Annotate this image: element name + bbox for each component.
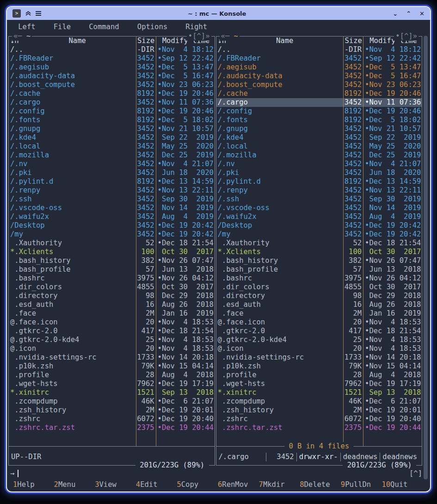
file-row-.vscode-oss[interactable]: /.vscode-oss3452 Nov 14 2019 (216, 204, 422, 212)
file-row-.waifu2x[interactable]: /.waifu2x3452 Aug 4 2019 (9, 212, 215, 221)
fnkey-mkdir[interactable]: 7Mkdir (259, 480, 300, 489)
fnkey-copy[interactable]: 5Copy (177, 480, 218, 489)
file-row-..[interactable]: /..-DIR•Nov 4 18:12 (9, 45, 215, 54)
file-row-.nvidia-settings-rc[interactable]: .nvidia-settings-rc1733•Nov 14 20:18 (216, 353, 422, 362)
file-row-.kde4[interactable]: /.kde43452 Sep 22 2019 (9, 133, 215, 142)
file-row-.cargo[interactable]: /.cargo3452•Nov 11 07:36 (216, 98, 422, 107)
file-row-.face.icon[interactable]: @.face.icon20•Nov 4 18:53 (9, 318, 215, 327)
file-row-.Xclients[interactable]: *.Xclients100 Oct 30 2017 (9, 248, 215, 256)
file-row-.ssh[interactable]: /.ssh3452 Sep 30 2019 (216, 195, 422, 204)
file-row-.bashrc[interactable]: .bashrc3975•Nov 26 04:12 (216, 274, 422, 283)
file-row-.pylint.d[interactable]: /.pylint.d8192•Dec 13 14:59 (9, 177, 215, 186)
file-row-.aegisub[interactable]: /.aegisub3452•Dec 5 13:47 (216, 63, 422, 72)
file-row-.mozilla[interactable]: /.mozilla3452 Dec 25 2019 (9, 151, 215, 160)
file-row-.config[interactable]: /.config8192•Dec 19 20:46 (9, 107, 215, 116)
right-panel-history-marker[interactable]: •[^]» (394, 32, 419, 41)
file-row-.nvidia-settings-rc[interactable]: .nvidia-settings-rc1733•Nov 14 20:18 (9, 353, 215, 362)
file-row-my[interactable]: /my3452•Dec 19 20:42 (9, 230, 215, 239)
fnkey-delete[interactable]: 8Delete (300, 480, 341, 489)
fnkey-quit[interactable]: 10Quit (382, 480, 423, 489)
file-row-.nv[interactable]: /.nv3452•Nov 4 21:07 (216, 160, 422, 168)
close-button[interactable]: ✕ (419, 10, 425, 17)
file-row-.dir_colors[interactable]: .dir_colors4855 Oct 30 2017 (9, 283, 215, 292)
fnkey-view[interactable]: 3View (95, 480, 136, 489)
menu-item-file[interactable]: File (54, 23, 71, 31)
file-row-.gtkrc-2.0-kde4[interactable]: @.gtkrc-2.0-kde425•Nov 4 18:53 (9, 336, 215, 344)
fnkey-pulldn[interactable]: 9PullDn (341, 480, 382, 489)
scrollbar-thumb[interactable] (424, 36, 428, 479)
file-row-.gtkrc-2.0[interactable]: .gtkrc-2.0417•Dec 18 21:54 (9, 327, 215, 336)
file-row-.bash_history[interactable]: .bash_history382•Nov 26 07:47 (9, 256, 215, 265)
column-size[interactable]: Size (343, 37, 363, 45)
file-row-.renpy[interactable]: /.renpy3452•Nov 13 22:11 (216, 186, 422, 195)
file-row-.face.icon[interactable]: @.face.icon20•Nov 4 18:53 (216, 318, 422, 327)
menu-item-left[interactable]: Left (18, 23, 35, 31)
left-panel-path[interactable]: ~ (26, 32, 31, 41)
file-row-.config[interactable]: /.config8192•Dec 19 20:46 (216, 107, 422, 116)
file-row-.gnupg[interactable]: /.gnupg3452•Nov 21 10:57 (9, 124, 215, 133)
file-row-.renpy[interactable]: /.renpy3452•Nov 13 22:11 (9, 186, 215, 195)
file-row-.mozilla[interactable]: /.mozilla3452 Dec 25 2019 (216, 151, 422, 160)
file-row-.gnupg[interactable]: /.gnupg3452•Nov 21 10:57 (216, 124, 422, 133)
file-row-.FBReader[interactable]: /.FBReader3452•Sep 12 22:42 (216, 54, 422, 63)
right-panel-path[interactable]: ~ (234, 32, 238, 41)
menu-item-options[interactable]: Options (137, 23, 167, 31)
file-row-.zcompdump[interactable]: .zcompdump46K•Dec 6 21:07 (9, 397, 215, 406)
file-row-.zcompdump[interactable]: .zcompdump46K•Dec 6 21:07 (216, 397, 422, 406)
file-row-.aegisub[interactable]: /.aegisub3452•Dec 5 13:47 (9, 63, 215, 72)
column-size[interactable]: Size (136, 37, 156, 45)
column-name[interactable]: Name (226, 37, 343, 45)
minimize-button[interactable]: ⌄ (393, 10, 398, 17)
file-row-.directory[interactable]: .directory98 Dec 29 2018 (9, 292, 215, 300)
left-panel-history-marker[interactable]: •[^]» (187, 32, 211, 41)
file-row-.profile[interactable]: .profile28 Aug 4 2018 (216, 371, 422, 380)
file-row-.vscode-oss[interactable]: /.vscode-oss3452 Nov 14 2019 (9, 204, 215, 212)
file-row-.dir_colors[interactable]: .dir_colors4855 Oct 30 2017 (216, 283, 422, 292)
file-row-.p10k.zsh[interactable]: .p10k.zsh79K•Nov 15 04:14 (216, 362, 422, 371)
file-row-.bashrc[interactable]: .bashrc3975•Nov 26 04:12 (9, 274, 215, 283)
file-row-.cache[interactable]: /.cache8192•Dec 19 20:46 (216, 89, 422, 98)
fnkey-help[interactable]: 1Help (13, 480, 54, 489)
file-row-.face[interactable]: .face2M Jan 16 2019 (216, 309, 422, 318)
file-row-.profile[interactable]: .profile28 Aug 4 2018 (9, 371, 215, 380)
fnkey-renmov[interactable]: 6RenMov (218, 480, 259, 489)
file-row-.boost_compute[interactable]: /.boost_compute3452•Nov 23 06:23 (9, 81, 215, 89)
file-row-.nv[interactable]: /.nv3452•Nov 4 21:07 (9, 160, 215, 168)
file-row-.face[interactable]: .face2M Jan 16 2019 (9, 309, 215, 318)
window-titlebar[interactable]: > ~ : mc — Konsole ⌄ ⌃ ✕ (7, 7, 430, 20)
file-row-.bash_history[interactable]: .bash_history382•Nov 26 07:47 (216, 256, 422, 265)
file-row-.fonts[interactable]: /.fonts8192•Dec 5 18:02 (9, 116, 215, 124)
menu-item-right[interactable]: Right (185, 23, 207, 31)
fnkey-edit[interactable]: 4Edit (136, 480, 177, 489)
file-row-.icon[interactable]: @.icon20•Nov 4 18:53 (216, 344, 422, 353)
file-row-.fonts[interactable]: /.fonts8192•Dec 5 18:02 (216, 116, 422, 124)
file-row-.cargo[interactable]: /.cargo3452•Nov 11 07:36 (9, 98, 215, 107)
menu-hamburger-icon[interactable] (36, 11, 41, 16)
file-row-.waifu2x[interactable]: /.waifu2x3452 Aug 4 2019 (216, 212, 422, 221)
file-row-.ssh[interactable]: /.ssh3452 Sep 30 2019 (9, 195, 215, 204)
file-row-.zshrc[interactable]: .zshrc6072•Dec 19 20:40 (216, 415, 422, 423)
file-row-.audacity-data[interactable]: /.audacity-data3452•Dec 5 16:47 (216, 72, 422, 81)
file-row-.zsh_history[interactable]: .zsh_history2M•Dec 19 20:01 (9, 406, 215, 415)
file-row-.zshrc.tar.zst[interactable]: .zshrc.tar.zst2375•Dec 19 20:44 (216, 423, 422, 432)
file-row-.bash_profile[interactable]: .bash_profile57 Jun 13 2018 (9, 265, 215, 274)
file-row-.bash_profile[interactable]: .bash_profile57 Jun 13 2018 (216, 265, 422, 274)
file-row-.local[interactable]: /.local3452 May 25 2020 (9, 142, 215, 151)
menu-item-command[interactable]: Command (89, 23, 119, 31)
column-name[interactable]: Name (19, 37, 136, 45)
file-row-.cache[interactable]: /.cache8192•Dec 19 20:46 (9, 89, 215, 98)
file-row-Desktop[interactable]: /Desktop3452•Dec 19 20:42 (216, 221, 422, 230)
file-row-.pki[interactable]: /.pki3452 Jun 18 2020 (216, 168, 422, 177)
file-row-.gtkrc-2.0[interactable]: .gtkrc-2.0417•Dec 18 21:54 (216, 327, 422, 336)
file-row-..[interactable]: /..-DIR•Nov 4 18:12 (216, 45, 422, 54)
file-row-.zshrc.tar.zst[interactable]: .zshrc.tar.zst2375•Dec 19 20:44 (9, 423, 215, 432)
file-row-.icon[interactable]: @.icon20•Nov 4 18:53 (9, 344, 215, 353)
file-row-.wget-hsts[interactable]: .wget-hsts7962•Dec 19 17:19 (216, 380, 422, 388)
file-row-.xinitrc[interactable]: *.xinitrc1521 Sep 13 2018 (9, 388, 215, 397)
file-row-.directory[interactable]: .directory98 Dec 29 2018 (216, 292, 422, 300)
file-row-my[interactable]: /my3452•Dec 19 20:42 (216, 230, 422, 239)
file-row-.boost_compute[interactable]: /.boost_compute3452•Nov 23 06:23 (216, 81, 422, 89)
file-row-.pki[interactable]: /.pki3452 Jun 18 2020 (9, 168, 215, 177)
file-row-.wget-hsts[interactable]: .wget-hsts7962•Dec 19 17:19 (9, 380, 215, 388)
file-row-.p10k.zsh[interactable]: .p10k.zsh79K•Nov 15 04:14 (9, 362, 215, 371)
